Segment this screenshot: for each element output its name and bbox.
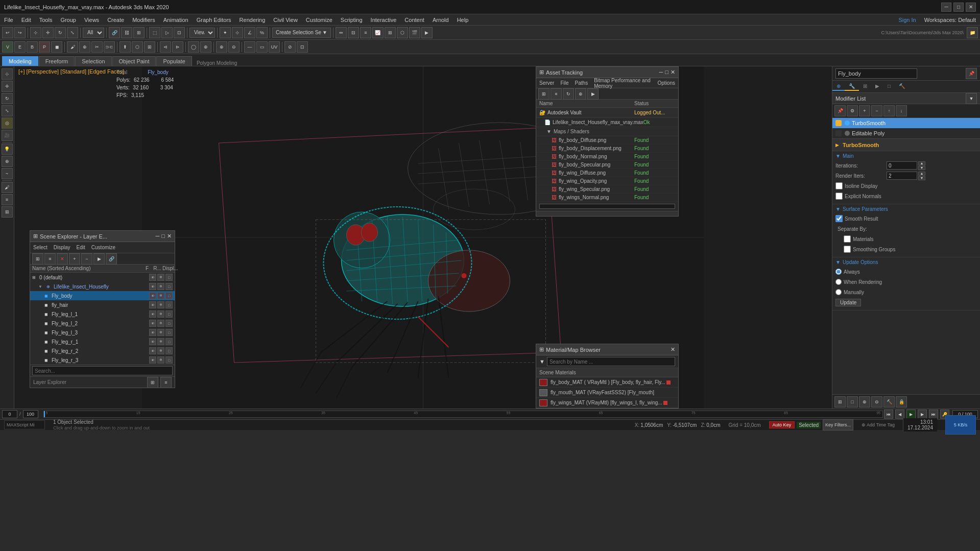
minimize-button[interactable]: ─: [941, 3, 951, 12]
pin-modifier[interactable]: 📌: [834, 105, 846, 116]
disp-icon[interactable]: □: [165, 347, 173, 354]
cut[interactable]: ✂: [91, 41, 103, 53]
iterations-up[interactable]: ▲: [918, 161, 925, 165]
list-item[interactable]: 🖼 fly_wing_Diffuse.png Found: [536, 169, 678, 177]
disp-icon[interactable]: □: [165, 310, 173, 318]
chamfer[interactable]: ⊘: [284, 41, 296, 53]
freeze-icon[interactable]: ❄: [157, 329, 164, 336]
disp-icon[interactable]: □: [165, 283, 173, 290]
disp-icon[interactable]: □: [165, 274, 173, 281]
freeze-icon[interactable]: ❄: [157, 292, 164, 299]
list-item[interactable]: ⊞ 0 (default) 👁 ❄ □: [30, 273, 175, 282]
render-iters-input[interactable]: 2: [887, 172, 917, 180]
rp-tab-utilities[interactable]: 🔨: [895, 82, 909, 91]
rp-bottom-3[interactable]: ⊕: [859, 396, 870, 408]
update-options-title[interactable]: ▼ Update Options: [835, 259, 977, 265]
rp-bottom-2[interactable]: □: [847, 396, 858, 408]
ring-select[interactable]: ⊕: [200, 41, 211, 53]
ribbon[interactable]: ≡: [2, 194, 13, 205]
render-iters-down[interactable]: ▼: [918, 176, 925, 180]
create-selection-set-button[interactable]: Create Selection Se ▼: [272, 28, 331, 38]
rp-tab-modify[interactable]: 🔧: [845, 82, 859, 91]
se-filter[interactable]: ✕: [57, 253, 68, 265]
bind-button[interactable]: ⊞: [133, 27, 145, 38]
tab-selection[interactable]: Selection: [75, 56, 111, 66]
vis-icon[interactable]: 👁: [149, 338, 156, 345]
se-bottom-btn-1[interactable]: ⊞: [147, 377, 158, 388]
menu-animation[interactable]: Animation: [159, 16, 193, 24]
menu-file[interactable]: File: [0, 16, 17, 24]
vis-toggle[interactable]: [845, 121, 850, 126]
schematic-view[interactable]: ⊞: [385, 27, 396, 38]
se-link[interactable]: 🔗: [106, 253, 117, 265]
viewport[interactable]: [+] [Perspective] [Standard] [Edged Face…: [14, 66, 832, 409]
disp-icon[interactable]: □: [165, 320, 173, 327]
se-menu-display[interactable]: Display: [51, 244, 74, 251]
rp-tab-create[interactable]: ⊕: [832, 82, 845, 91]
loop-select[interactable]: ◯: [188, 41, 199, 53]
disp-icon[interactable]: □: [165, 356, 173, 364]
at-close[interactable]: ✕: [671, 69, 675, 76]
paint-deform[interactable]: 🖌: [67, 41, 78, 53]
mb-search-input[interactable]: [547, 357, 675, 366]
list-item[interactable]: 🖼 fly_wing_Opacity.png Found: [536, 177, 678, 185]
menu-create[interactable]: Create: [103, 16, 128, 24]
unlink-button[interactable]: ⛓: [121, 27, 132, 38]
target-weld[interactable]: ⊳: [172, 41, 183, 53]
key-filter-button[interactable]: Key Filters...: [823, 419, 853, 430]
list-item[interactable]: 🖼 fly_body_Specular.png Found: [536, 161, 678, 169]
preserve-uv[interactable]: UV: [269, 41, 280, 53]
select-obj[interactable]: ▷: [161, 27, 173, 38]
smoothing-groups-checkbox[interactable]: [844, 246, 851, 253]
list-item[interactable]: ◼ Fly_leg_l_3 👁 ❄ □: [30, 328, 175, 337]
scale-button[interactable]: ⤡: [67, 27, 78, 38]
swift-loop[interactable]: ⊕: [79, 41, 90, 53]
pin-button[interactable]: 📌: [966, 68, 977, 79]
weld[interactable]: ⊲: [160, 41, 171, 53]
space-warp[interactable]: ~: [2, 168, 13, 179]
constrain-face[interactable]: ▭: [256, 41, 268, 53]
at-toolbar-btn-1[interactable]: ⊞: [538, 88, 549, 100]
vis-icon[interactable]: 👁: [149, 301, 156, 308]
poly-mode[interactable]: P: [39, 41, 50, 53]
vis-toggle-2[interactable]: [845, 131, 850, 136]
isoline-checkbox[interactable]: [835, 182, 843, 189]
list-item[interactable]: ◼ Fly_leg_r_2 👁 ❄ □: [30, 346, 175, 355]
vis-icon[interactable]: 👁: [149, 329, 156, 336]
tab-populate[interactable]: Populate: [156, 56, 192, 66]
undo-button[interactable]: ↩: [2, 27, 13, 38]
render-setup[interactable]: 🎬: [409, 27, 420, 38]
rp-tab-hierarchy[interactable]: ⊞: [859, 82, 871, 91]
freeze-icon[interactable]: ❄: [157, 320, 164, 327]
material-editor[interactable]: ⬡: [397, 27, 408, 38]
freeze-icon[interactable]: ❄: [157, 356, 164, 364]
rp-tab-motion[interactable]: ▶: [871, 82, 883, 91]
menu-group[interactable]: Group: [56, 16, 80, 24]
menu-arnold[interactable]: Arnold: [428, 16, 453, 24]
freeze-icon[interactable]: ❄: [157, 274, 164, 281]
vis-icon[interactable]: 👁: [149, 274, 156, 281]
snap-percent[interactable]: %: [256, 27, 268, 38]
maxscript-field[interactable]: MAXScript Mi: [4, 420, 45, 429]
freeze-icon[interactable]: ❄: [157, 338, 164, 345]
shrink[interactable]: ⊖: [228, 41, 240, 53]
menu-interactive[interactable]: Interactive: [367, 16, 401, 24]
vis-icon[interactable]: 👁: [149, 283, 156, 290]
mb-close[interactable]: ✕: [671, 346, 675, 353]
view-dropdown[interactable]: View: [189, 28, 215, 38]
freeze-icon[interactable]: ❄: [157, 347, 164, 354]
vis-icon[interactable]: 👁: [149, 292, 156, 299]
at-menu-bitmap[interactable]: Bitmap Performance and Memory: [591, 77, 654, 90]
vis-icon[interactable]: 👁: [149, 310, 156, 318]
border-mode[interactable]: B: [27, 41, 38, 53]
list-item[interactable]: ◼ Fly_leg_l_2 👁 ❄ □: [30, 319, 175, 328]
menu-edit[interactable]: Edit: [17, 16, 35, 24]
list-item[interactable]: ◼ Fly_leg_r_1 👁 ❄ □: [30, 337, 175, 346]
scene-explorer-maximize[interactable]: □: [161, 233, 165, 239]
list-item[interactable]: ◼ fly_hair 👁 ❄ □: [30, 300, 175, 309]
edge-mode[interactable]: E: [14, 41, 26, 53]
vertex-mode[interactable]: V: [2, 41, 13, 53]
vis-icon[interactable]: 👁: [149, 320, 156, 327]
at-toolbar-btn-3[interactable]: ↻: [563, 88, 574, 100]
rp-tab-display[interactable]: □: [883, 82, 895, 91]
